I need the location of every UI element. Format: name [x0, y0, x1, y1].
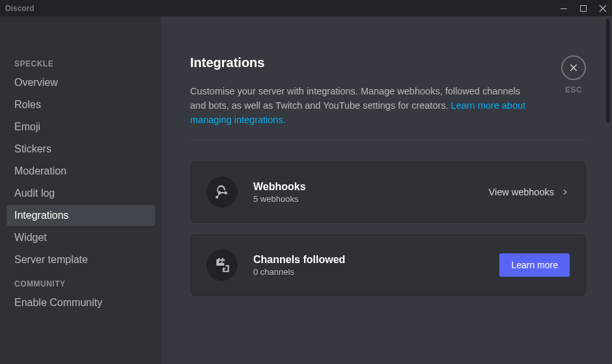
- channels-followed-icon: [206, 249, 238, 281]
- webhook-icon: [206, 176, 238, 208]
- view-webhooks-button[interactable]: View webhooks: [489, 187, 570, 197]
- close-label: ESC: [565, 85, 582, 94]
- page-title: Integrations: [190, 55, 586, 70]
- sidebar-item-integrations[interactable]: Integrations: [7, 205, 155, 226]
- content-wrapper: Integrations Customise your server with …: [161, 16, 612, 364]
- close-icon: [568, 63, 579, 73]
- window-controls: [560, 5, 607, 12]
- maximize-button[interactable]: [579, 5, 587, 12]
- sidebar-item-stickers[interactable]: Stickers: [7, 139, 155, 160]
- scrollbar-thumb[interactable]: [606, 19, 610, 123]
- sidebar-section-speckle: SPECKLE: [7, 55, 155, 72]
- svg-rect-1: [581, 5, 587, 11]
- app-title: Discord: [5, 4, 35, 13]
- card-webhooks-title: Webhooks: [253, 181, 489, 193]
- sidebar-item-enable-community[interactable]: Enable Community: [7, 292, 155, 313]
- main-layout: SPECKLE Overview Roles Emoji Stickers Mo…: [0, 16, 612, 364]
- chevron-right-icon: [561, 188, 570, 197]
- card-webhooks-body: Webhooks 5 webhooks: [253, 181, 489, 204]
- view-webhooks-label: View webhooks: [489, 187, 555, 197]
- divider: [190, 140, 586, 141]
- minimize-button[interactable]: [560, 5, 568, 12]
- card-channels-followed: Channels followed 0 channels Learn more: [190, 234, 586, 296]
- sidebar-item-roles[interactable]: Roles: [7, 94, 155, 115]
- card-webhooks: Webhooks 5 webhooks View webhooks: [190, 161, 586, 223]
- sidebar-item-overview[interactable]: Overview: [7, 72, 155, 93]
- sidebar-item-server-template[interactable]: Server template: [7, 249, 155, 270]
- sidebar-item-widget[interactable]: Widget: [7, 227, 155, 248]
- sidebar-section-community: COMMUNITY: [7, 275, 155, 292]
- sidebar: SPECKLE Overview Roles Emoji Stickers Mo…: [0, 16, 161, 364]
- close-panel: ESC: [561, 55, 586, 94]
- card-channels-subtitle: 0 channels: [253, 267, 499, 277]
- learn-more-button[interactable]: Learn more: [499, 253, 570, 277]
- close-button[interactable]: [561, 55, 586, 80]
- titlebar: Discord: [0, 0, 612, 16]
- titlebar-left: Discord: [5, 4, 35, 13]
- close-window-button[interactable]: [599, 5, 607, 12]
- sidebar-item-audit-log[interactable]: Audit log: [7, 183, 155, 204]
- card-channels-title: Channels followed: [253, 254, 499, 266]
- sidebar-item-moderation[interactable]: Moderation: [7, 161, 155, 182]
- card-channels-body: Channels followed 0 channels: [253, 254, 499, 277]
- sidebar-item-emoji[interactable]: Emoji: [7, 117, 155, 137]
- svg-rect-0: [561, 8, 567, 9]
- page-description: Customise your server with integrations.…: [190, 85, 529, 127]
- card-webhooks-subtitle: 5 webhooks: [253, 194, 489, 204]
- content: Integrations Customise your server with …: [161, 16, 612, 364]
